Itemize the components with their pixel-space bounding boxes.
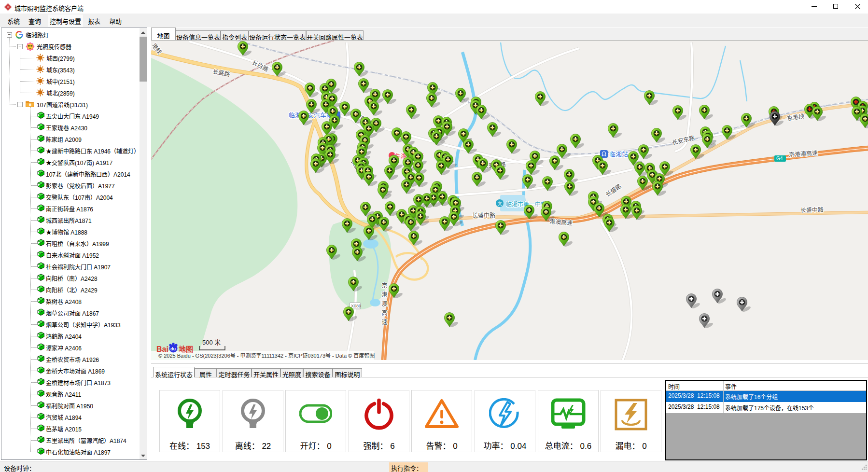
svg-text:500 米: 500 米 <box>202 339 221 346</box>
svg-text:X089: X089 <box>351 304 361 308</box>
svg-text:临湘站: 临湘站 <box>609 151 628 158</box>
svg-text:du: du <box>170 347 176 351</box>
svg-text:G4: G4 <box>776 156 783 161</box>
svg-text:长盛中路: 长盛中路 <box>800 206 824 214</box>
svg-text:京港澳高速: 京港澳高速 <box>380 281 387 327</box>
svg-text:地图: 地图 <box>179 345 193 353</box>
svg-text:© 2025 Baidu - GS(2023)3206号 -: © 2025 Baidu - GS(2023)3206号 - 甲测资字11111… <box>158 352 375 359</box>
svg-text:Bai: Bai <box>156 345 168 353</box>
svg-text:文: 文 <box>498 201 502 206</box>
svg-text:长盛中路: 长盛中路 <box>472 212 495 219</box>
